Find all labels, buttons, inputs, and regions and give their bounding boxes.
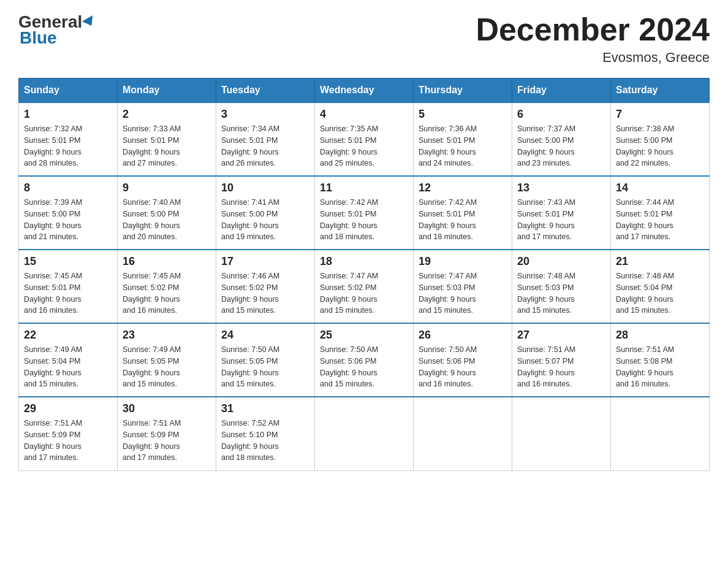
- day-info: Sunrise: 7:51 AMSunset: 5:07 PMDaylight:…: [517, 344, 605, 390]
- day-info: Sunrise: 7:35 AMSunset: 5:01 PMDaylight:…: [320, 123, 408, 169]
- day-info: Sunrise: 7:47 AMSunset: 5:02 PMDaylight:…: [320, 270, 408, 316]
- calendar-cell: [414, 397, 512, 470]
- logo-blue: Blue: [20, 28, 57, 48]
- day-number: 29: [24, 402, 112, 415]
- col-saturday: Saturday: [611, 79, 710, 103]
- calendar-cell: 6Sunrise: 7:37 AMSunset: 5:00 PMDaylight…: [512, 102, 611, 176]
- col-wednesday: Wednesday: [315, 79, 414, 103]
- calendar-cell: 30Sunrise: 7:51 AMSunset: 5:09 PMDayligh…: [118, 397, 216, 470]
- day-number: 7: [616, 108, 704, 121]
- logo: General Blue: [18, 12, 96, 48]
- day-info: Sunrise: 7:47 AMSunset: 5:03 PMDaylight:…: [419, 270, 507, 316]
- day-info: Sunrise: 7:50 AMSunset: 5:06 PMDaylight:…: [419, 344, 507, 390]
- calendar-cell: [315, 397, 414, 470]
- day-info: Sunrise: 7:38 AMSunset: 5:00 PMDaylight:…: [616, 123, 704, 169]
- day-info: Sunrise: 7:44 AMSunset: 5:01 PMDaylight:…: [616, 197, 704, 243]
- calendar-cell: 19Sunrise: 7:47 AMSunset: 5:03 PMDayligh…: [414, 250, 512, 323]
- day-number: 6: [517, 108, 605, 121]
- day-number: 8: [24, 182, 112, 194]
- day-number: 17: [221, 255, 309, 268]
- day-number: 9: [123, 182, 211, 194]
- day-number: 28: [616, 329, 704, 342]
- calendar-cell: 18Sunrise: 7:47 AMSunset: 5:02 PMDayligh…: [315, 250, 414, 323]
- week-row-2: 8Sunrise: 7:39 AMSunset: 5:00 PMDaylight…: [19, 176, 710, 250]
- calendar-cell: 5Sunrise: 7:36 AMSunset: 5:01 PMDaylight…: [414, 102, 512, 176]
- logo-arrow-icon: [82, 15, 97, 29]
- week-row-4: 22Sunrise: 7:49 AMSunset: 5:04 PMDayligh…: [19, 323, 710, 397]
- day-info: Sunrise: 7:36 AMSunset: 5:01 PMDaylight:…: [419, 123, 507, 169]
- calendar-cell: [512, 397, 611, 470]
- calendar-cell: 20Sunrise: 7:48 AMSunset: 5:03 PMDayligh…: [512, 250, 611, 323]
- day-info: Sunrise: 7:42 AMSunset: 5:01 PMDaylight:…: [320, 197, 408, 243]
- day-number: 10: [221, 182, 309, 194]
- calendar-cell: 11Sunrise: 7:42 AMSunset: 5:01 PMDayligh…: [315, 176, 414, 250]
- day-info: Sunrise: 7:34 AMSunset: 5:01 PMDaylight:…: [221, 123, 309, 169]
- calendar-header: Sunday Monday Tuesday Wednesday Thursday…: [19, 79, 710, 103]
- day-info: Sunrise: 7:50 AMSunset: 5:05 PMDaylight:…: [221, 344, 309, 390]
- location: Evosmos, Greece: [476, 50, 710, 66]
- day-number: 12: [419, 182, 507, 194]
- calendar-table: Sunday Monday Tuesday Wednesday Thursday…: [18, 78, 710, 471]
- week-row-3: 15Sunrise: 7:45 AMSunset: 5:01 PMDayligh…: [19, 250, 710, 323]
- calendar-cell: 16Sunrise: 7:45 AMSunset: 5:02 PMDayligh…: [118, 250, 216, 323]
- day-info: Sunrise: 7:41 AMSunset: 5:00 PMDaylight:…: [221, 197, 309, 243]
- day-info: Sunrise: 7:51 AMSunset: 5:09 PMDaylight:…: [24, 418, 112, 464]
- calendar-cell: 23Sunrise: 7:49 AMSunset: 5:05 PMDayligh…: [118, 323, 216, 397]
- day-info: Sunrise: 7:42 AMSunset: 5:01 PMDaylight:…: [419, 197, 507, 243]
- day-info: Sunrise: 7:43 AMSunset: 5:01 PMDaylight:…: [517, 197, 605, 243]
- day-number: 20: [517, 255, 605, 268]
- day-info: Sunrise: 7:48 AMSunset: 5:04 PMDaylight:…: [616, 270, 704, 316]
- day-info: Sunrise: 7:49 AMSunset: 5:05 PMDaylight:…: [123, 344, 211, 390]
- day-info: Sunrise: 7:49 AMSunset: 5:04 PMDaylight:…: [24, 344, 112, 390]
- col-monday: Monday: [118, 79, 216, 103]
- col-friday: Friday: [512, 79, 611, 103]
- calendar-cell: 8Sunrise: 7:39 AMSunset: 5:00 PMDaylight…: [19, 176, 118, 250]
- day-number: 27: [517, 329, 605, 342]
- day-info: Sunrise: 7:48 AMSunset: 5:03 PMDaylight:…: [517, 270, 605, 316]
- calendar-cell: 15Sunrise: 7:45 AMSunset: 5:01 PMDayligh…: [19, 250, 118, 323]
- calendar-cell: 17Sunrise: 7:46 AMSunset: 5:02 PMDayligh…: [216, 250, 315, 323]
- day-info: Sunrise: 7:33 AMSunset: 5:01 PMDaylight:…: [123, 123, 211, 169]
- day-number: 11: [320, 182, 408, 194]
- calendar-cell: 2Sunrise: 7:33 AMSunset: 5:01 PMDaylight…: [118, 102, 216, 176]
- calendar-cell: 25Sunrise: 7:50 AMSunset: 5:06 PMDayligh…: [315, 323, 414, 397]
- day-number: 5: [419, 108, 507, 121]
- week-row-5: 29Sunrise: 7:51 AMSunset: 5:09 PMDayligh…: [19, 397, 710, 470]
- calendar-cell: 21Sunrise: 7:48 AMSunset: 5:04 PMDayligh…: [611, 250, 710, 323]
- day-number: 21: [616, 255, 704, 268]
- week-row-1: 1Sunrise: 7:32 AMSunset: 5:01 PMDaylight…: [19, 102, 710, 176]
- day-number: 22: [24, 329, 112, 342]
- calendar-cell: 26Sunrise: 7:50 AMSunset: 5:06 PMDayligh…: [414, 323, 512, 397]
- page-header: General Blue December 2024 Evosmos, Gree…: [18, 12, 710, 66]
- day-number: 14: [616, 182, 704, 194]
- day-number: 2: [123, 108, 211, 121]
- day-number: 15: [24, 255, 112, 268]
- calendar-cell: 7Sunrise: 7:38 AMSunset: 5:00 PMDaylight…: [611, 102, 710, 176]
- day-number: 26: [419, 329, 507, 342]
- day-info: Sunrise: 7:52 AMSunset: 5:10 PMDaylight:…: [221, 418, 309, 464]
- col-tuesday: Tuesday: [216, 79, 315, 103]
- day-number: 13: [517, 182, 605, 194]
- calendar-cell: 10Sunrise: 7:41 AMSunset: 5:00 PMDayligh…: [216, 176, 315, 250]
- calendar-cell: 22Sunrise: 7:49 AMSunset: 5:04 PMDayligh…: [19, 323, 118, 397]
- day-number: 19: [419, 255, 507, 268]
- day-number: 23: [123, 329, 211, 342]
- day-info: Sunrise: 7:32 AMSunset: 5:01 PMDaylight:…: [24, 123, 112, 169]
- day-number: 31: [221, 402, 309, 415]
- calendar-cell: [611, 397, 710, 470]
- calendar-cell: 4Sunrise: 7:35 AMSunset: 5:01 PMDaylight…: [315, 102, 414, 176]
- day-number: 18: [320, 255, 408, 268]
- title-area: December 2024 Evosmos, Greece: [476, 12, 710, 66]
- day-number: 4: [320, 108, 408, 121]
- day-number: 1: [24, 108, 112, 121]
- calendar-cell: 1Sunrise: 7:32 AMSunset: 5:01 PMDaylight…: [19, 102, 118, 176]
- day-number: 3: [221, 108, 309, 121]
- day-number: 25: [320, 329, 408, 342]
- day-info: Sunrise: 7:40 AMSunset: 5:00 PMDaylight:…: [123, 197, 211, 243]
- calendar-cell: 31Sunrise: 7:52 AMSunset: 5:10 PMDayligh…: [216, 397, 315, 470]
- day-number: 16: [123, 255, 211, 268]
- calendar-cell: 3Sunrise: 7:34 AMSunset: 5:01 PMDaylight…: [216, 102, 315, 176]
- calendar-cell: 12Sunrise: 7:42 AMSunset: 5:01 PMDayligh…: [414, 176, 512, 250]
- day-info: Sunrise: 7:46 AMSunset: 5:02 PMDaylight:…: [221, 270, 309, 316]
- day-number: 24: [221, 329, 309, 342]
